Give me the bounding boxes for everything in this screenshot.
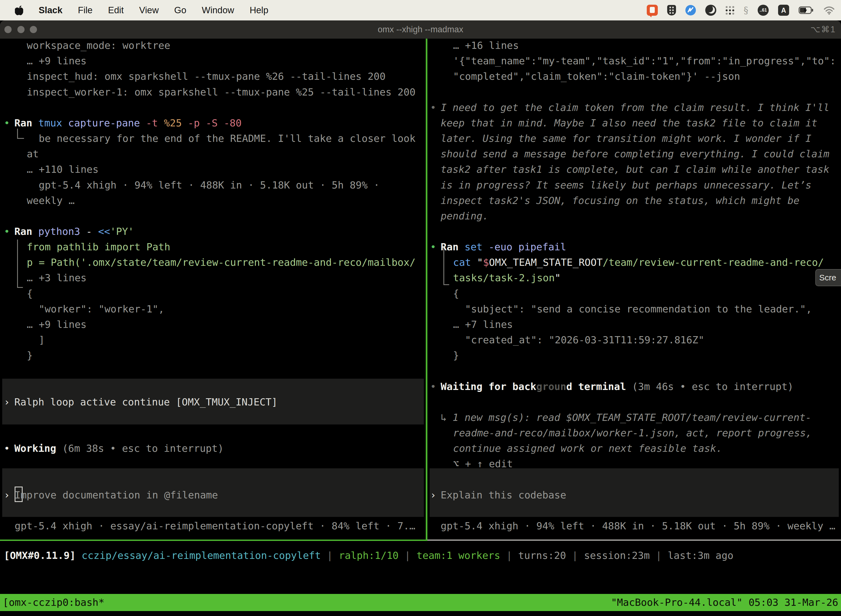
slack-badge-icon[interactable] — [647, 5, 658, 16]
menu-item-view[interactable]: View — [139, 5, 159, 15]
text-segment: d terminal — [566, 381, 632, 392]
text-segment: cczip/essay/ai-reimplementation-copyleft — [82, 550, 321, 561]
text-segment: | — [321, 550, 339, 561]
terminal-line: workspace_mode: worktree — [27, 39, 170, 53]
window-shortcut: ⌥⌘1 — [810, 21, 836, 39]
text-segment: python3 — [38, 226, 86, 237]
text-segment: $ — [483, 257, 489, 268]
terminal-line: inspect task2's JSON, focusing on the st… — [441, 193, 799, 208]
blue-bolt-icon[interactable] — [686, 5, 696, 15]
moon-icon[interactable] — [705, 5, 716, 16]
menu-item-file[interactable]: File — [78, 5, 92, 15]
terminal-line: Ran python3 - <<'PY' — [14, 224, 134, 239]
terminal-line: inspect_hud: omx sparkshell --tmux-pane … — [27, 69, 385, 84]
terminal-line: { — [27, 286, 33, 301]
menu-item-edit[interactable]: Edit — [108, 5, 124, 15]
input-source-icon[interactable]: A — [778, 5, 789, 16]
text-segment: %25 — [164, 117, 188, 129]
text-segment: Improve documentation in @filename — [15, 489, 218, 501]
menu-item-window[interactable]: Window — [202, 5, 234, 15]
text-segment: inspect_hud: omx sparkshell --tmux-pane … — [27, 70, 385, 82]
text-segment: - — [86, 226, 98, 237]
text-segment: is in progress? It seems likely but perh… — [441, 179, 812, 191]
text-segment: | — [566, 550, 584, 561]
terminal-line: • — [4, 224, 10, 239]
terminal-line: } — [27, 348, 33, 363]
terminal-line: } — [453, 348, 459, 363]
terminal-line: should send a message before completing … — [441, 147, 829, 161]
tmux-pane-right[interactable]: … +16 lines'{"team_name":"my-team","task… — [428, 39, 841, 541]
text-segment: '{"team_name":"my-team","task_id":"1","f… — [453, 55, 836, 66]
text-segment: team:1 workers — [417, 550, 500, 561]
terminal-line: Ran set -euo pipefail — [441, 239, 566, 254]
screen: Slack FileEditViewGoWindowHelp § ..61 A — [0, 0, 841, 616]
menu-items: FileEditViewGoWindowHelp — [78, 5, 268, 15]
output-connector — [17, 239, 23, 288]
terminal-line: gpt-5.4 xhigh · 94% left · 488K in · 5.1… — [27, 178, 379, 193]
text-segment: › — [4, 396, 10, 408]
text-segment: -80 — [224, 117, 242, 129]
tooltip-text: Scre — [819, 273, 836, 282]
text-segment: Ran — [441, 241, 464, 252]
dots-grid-icon[interactable] — [726, 6, 734, 15]
terminal-line: • — [4, 116, 10, 131]
text-segment: Ran — [14, 226, 38, 237]
text-segment: p = Path('.omx/state/team/review-current… — [27, 257, 416, 268]
terminal-line: ⌥ + ↑ edit — [453, 456, 513, 471]
terminal-content: workspace_mode: worktree… +9 linesinspec… — [0, 39, 841, 616]
text-segment: OMX_TEAM_STATE_ROOT — [489, 257, 603, 268]
text-segment: › — [4, 489, 10, 501]
text-segment: … +16 lines — [453, 40, 519, 51]
window-title-bar: omx --xhigh --madmax ⌥⌘1 — [0, 21, 841, 39]
text-segment: set — [464, 241, 489, 252]
menu-app-name[interactable]: Slack — [39, 5, 62, 15]
terminal-line: … +16 lines — [453, 39, 519, 53]
text-segment: • — [4, 226, 10, 237]
text-segment: } — [27, 350, 33, 361]
tmux-session-label: [omx-cczip0:bash* — [3, 594, 104, 611]
shield-grid-icon[interactable] — [667, 5, 676, 15]
text-segment: … +9 lines — [27, 55, 86, 66]
terminal-line: "created_at": "2026-03-31T11:59:27.816Z" — [453, 333, 704, 348]
hook-icon[interactable]: § — [744, 5, 748, 16]
menu-item-go[interactable]: Go — [174, 5, 186, 15]
window-title: omx --xhigh --madmax — [0, 21, 841, 39]
battery-icon[interactable] — [799, 6, 814, 14]
text-segment: task2 after task1 is complete, but can I… — [441, 164, 829, 175]
text-segment: session:23m — [584, 550, 649, 561]
text-segment: -euo pipefail — [488, 241, 566, 252]
terminal-line: weekly … — [27, 193, 75, 208]
text-segment: "created_at": "2026-03-31T11:59:27.816Z" — [453, 334, 704, 346]
pane-border-active — [0, 540, 428, 541]
text-segment: readme-and-reco/mailbox/worker-1.json, a… — [453, 427, 812, 439]
tmux-pane-left[interactable]: workspace_mode: worktree… +9 linesinspec… — [0, 39, 426, 541]
text-segment: be necessary for the end of the README. … — [27, 133, 416, 144]
terminal-line: "subject": "send a concise recommendatio… — [453, 302, 812, 317]
text-segment: ] — [27, 334, 45, 346]
slack-badge-inner — [650, 7, 655, 13]
text-segment: "subject": "send a concise recommendatio… — [453, 303, 812, 315]
terminal-line: later. Using the same for transition mig… — [441, 131, 812, 146]
text-segment: [OMX#0.11.9] — [4, 550, 82, 561]
terminal-line: readme-and-reco/mailbox/worker-1.json, a… — [453, 425, 812, 440]
text-segment: … +3 lines — [27, 272, 86, 283]
text-segment: … +110 lines — [27, 164, 98, 175]
text-segment: -S — [206, 117, 224, 129]
terminal-line: ] — [27, 333, 45, 348]
wifi-icon[interactable] — [823, 6, 835, 15]
text-segment: { — [27, 288, 33, 299]
slack-badge-tail — [648, 14, 652, 18]
terminal-line: › — [4, 395, 10, 409]
text-segment: gpt-5.4 xhigh · 94% left · 488K in · 5.1… — [27, 179, 379, 191]
apple-icon[interactable] — [15, 5, 23, 15]
percent-61-icon[interactable]: ..61 — [757, 5, 769, 16]
menu-item-help[interactable]: Help — [250, 5, 268, 15]
text-segment: "worker": "worker-1", — [27, 303, 164, 315]
text-segment: (3m 46s • esc to interrupt) — [632, 381, 794, 392]
terminal-line: [OMX#0.11.9] cczip/essay/ai-reimplementa… — [4, 548, 733, 563]
text-segment: gpt-5.4 xhigh · essay/ai-reimplementatio… — [15, 520, 415, 532]
terminal-line: p = Path('.omx/state/team/review-current… — [27, 255, 416, 270]
terminal-line: is in progress? It seems likely but perh… — [441, 178, 812, 193]
terminal-line: task2 after task1 is complete, but can I… — [441, 162, 829, 177]
terminal-line: cat "$OMX_TEAM_STATE_ROOT/team/review-cu… — [453, 255, 824, 270]
